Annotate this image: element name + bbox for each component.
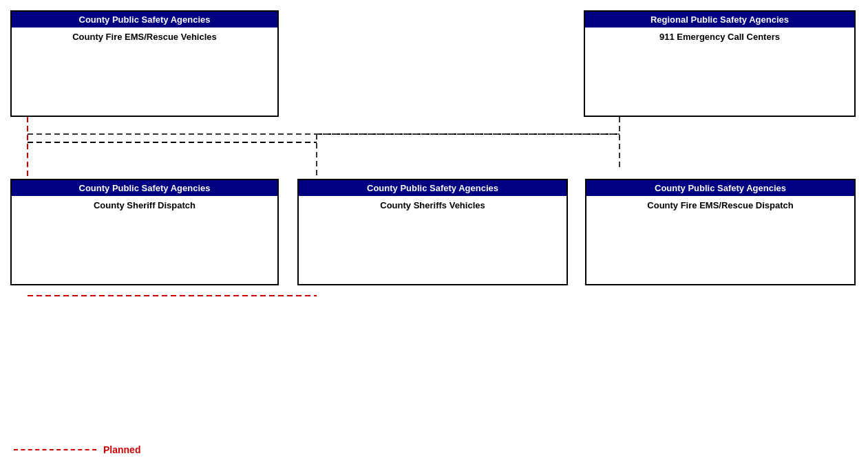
node-911-emergency: Regional Public Safety Agencies 911 Emer…	[584, 10, 856, 117]
node-county-sheriff-dispatch-header: County Public Safety Agencies	[12, 180, 277, 196]
node-county-sheriffs-vehicles-title: County Sheriffs Vehicles	[299, 196, 567, 265]
node-911-emergency-header: Regional Public Safety Agencies	[585, 12, 854, 28]
node-county-sheriffs-vehicles-header: County Public Safety Agencies	[299, 180, 567, 196]
node-county-fire-ems-dispatch-header: County Public Safety Agencies	[586, 180, 854, 196]
diagram-container: County Public Safety Agencies County Fir…	[0, 0, 868, 469]
node-county-fire-ems-vehicles-title: County Fire EMS/Rescue Vehicles	[12, 28, 277, 96]
legend: Planned	[14, 444, 140, 455]
node-county-fire-ems-vehicles: County Public Safety Agencies County Fir…	[10, 10, 279, 117]
node-county-sheriff-dispatch-title: County Sheriff Dispatch	[12, 196, 277, 265]
node-county-sheriffs-vehicles: County Public Safety Agencies County She…	[297, 179, 568, 285]
legend-planned-label: Planned	[103, 444, 140, 455]
node-county-fire-ems-dispatch-title: County Fire EMS/Rescue Dispatch	[586, 196, 854, 265]
legend-dashed-line	[14, 449, 96, 450]
node-county-fire-ems-vehicles-header: County Public Safety Agencies	[12, 12, 277, 28]
node-911-emergency-title: 911 Emergency Call Centers	[585, 28, 854, 96]
node-county-fire-ems-dispatch: County Public Safety Agencies County Fir…	[585, 179, 856, 285]
node-county-sheriff-dispatch: County Public Safety Agencies County She…	[10, 179, 279, 285]
